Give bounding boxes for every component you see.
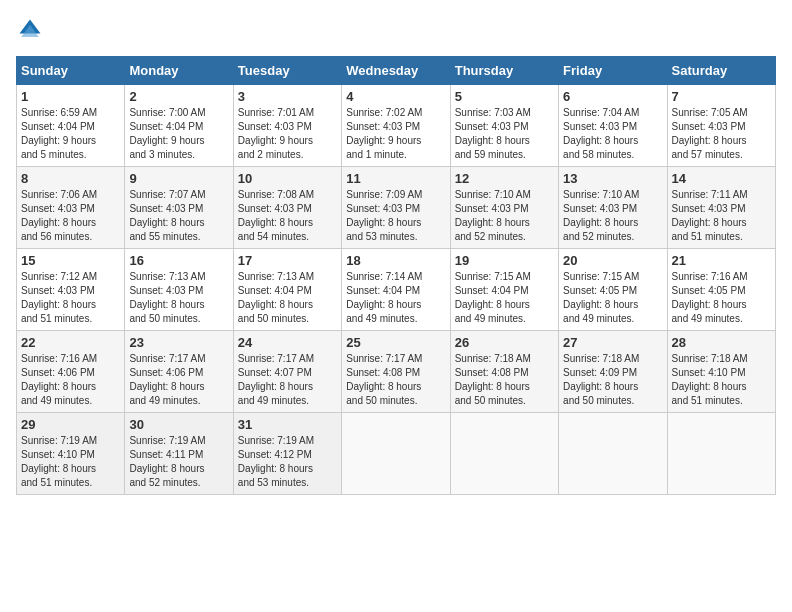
day-cell: 26Sunrise: 7:18 AM Sunset: 4:08 PM Dayli… [450, 331, 558, 413]
day-cell: 7Sunrise: 7:05 AM Sunset: 4:03 PM Daylig… [667, 85, 775, 167]
page-header [16, 16, 776, 44]
day-number: 29 [21, 417, 120, 432]
day-number: 15 [21, 253, 120, 268]
day-info: Sunrise: 7:16 AM Sunset: 4:06 PM Dayligh… [21, 352, 120, 408]
day-cell: 23Sunrise: 7:17 AM Sunset: 4:06 PM Dayli… [125, 331, 233, 413]
day-number: 9 [129, 171, 228, 186]
day-number: 23 [129, 335, 228, 350]
header-saturday: Saturday [667, 57, 775, 85]
day-cell [667, 413, 775, 495]
day-cell: 10Sunrise: 7:08 AM Sunset: 4:03 PM Dayli… [233, 167, 341, 249]
day-cell: 22Sunrise: 7:16 AM Sunset: 4:06 PM Dayli… [17, 331, 125, 413]
header-sunday: Sunday [17, 57, 125, 85]
day-number: 25 [346, 335, 445, 350]
day-number: 3 [238, 89, 337, 104]
day-number: 13 [563, 171, 662, 186]
week-row-2: 8Sunrise: 7:06 AM Sunset: 4:03 PM Daylig… [17, 167, 776, 249]
logo-icon [16, 16, 44, 44]
day-info: Sunrise: 7:17 AM Sunset: 4:06 PM Dayligh… [129, 352, 228, 408]
day-cell: 9Sunrise: 7:07 AM Sunset: 4:03 PM Daylig… [125, 167, 233, 249]
day-number: 17 [238, 253, 337, 268]
day-number: 26 [455, 335, 554, 350]
day-info: Sunrise: 7:09 AM Sunset: 4:03 PM Dayligh… [346, 188, 445, 244]
day-info: Sunrise: 7:14 AM Sunset: 4:04 PM Dayligh… [346, 270, 445, 326]
header-row: SundayMondayTuesdayWednesdayThursdayFrid… [17, 57, 776, 85]
day-cell: 1Sunrise: 6:59 AM Sunset: 4:04 PM Daylig… [17, 85, 125, 167]
day-number: 16 [129, 253, 228, 268]
day-cell: 17Sunrise: 7:13 AM Sunset: 4:04 PM Dayli… [233, 249, 341, 331]
logo [16, 16, 48, 44]
day-number: 30 [129, 417, 228, 432]
day-cell [559, 413, 667, 495]
day-info: Sunrise: 7:03 AM Sunset: 4:03 PM Dayligh… [455, 106, 554, 162]
day-cell: 3Sunrise: 7:01 AM Sunset: 4:03 PM Daylig… [233, 85, 341, 167]
day-number: 5 [455, 89, 554, 104]
day-number: 20 [563, 253, 662, 268]
day-cell: 6Sunrise: 7:04 AM Sunset: 4:03 PM Daylig… [559, 85, 667, 167]
day-info: Sunrise: 7:19 AM Sunset: 4:10 PM Dayligh… [21, 434, 120, 490]
day-info: Sunrise: 7:16 AM Sunset: 4:05 PM Dayligh… [672, 270, 771, 326]
day-number: 21 [672, 253, 771, 268]
day-number: 10 [238, 171, 337, 186]
day-cell: 13Sunrise: 7:10 AM Sunset: 4:03 PM Dayli… [559, 167, 667, 249]
day-cell [342, 413, 450, 495]
day-number: 2 [129, 89, 228, 104]
day-info: Sunrise: 7:18 AM Sunset: 4:10 PM Dayligh… [672, 352, 771, 408]
day-number: 6 [563, 89, 662, 104]
day-info: Sunrise: 7:13 AM Sunset: 4:04 PM Dayligh… [238, 270, 337, 326]
day-number: 12 [455, 171, 554, 186]
day-number: 22 [21, 335, 120, 350]
day-number: 31 [238, 417, 337, 432]
day-info: Sunrise: 7:13 AM Sunset: 4:03 PM Dayligh… [129, 270, 228, 326]
day-info: Sunrise: 7:15 AM Sunset: 4:04 PM Dayligh… [455, 270, 554, 326]
day-info: Sunrise: 7:18 AM Sunset: 4:08 PM Dayligh… [455, 352, 554, 408]
day-cell: 18Sunrise: 7:14 AM Sunset: 4:04 PM Dayli… [342, 249, 450, 331]
day-info: Sunrise: 7:15 AM Sunset: 4:05 PM Dayligh… [563, 270, 662, 326]
week-row-1: 1Sunrise: 6:59 AM Sunset: 4:04 PM Daylig… [17, 85, 776, 167]
day-number: 7 [672, 89, 771, 104]
day-cell: 31Sunrise: 7:19 AM Sunset: 4:12 PM Dayli… [233, 413, 341, 495]
day-number: 8 [21, 171, 120, 186]
day-cell: 14Sunrise: 7:11 AM Sunset: 4:03 PM Dayli… [667, 167, 775, 249]
day-number: 11 [346, 171, 445, 186]
day-number: 19 [455, 253, 554, 268]
day-info: Sunrise: 7:10 AM Sunset: 4:03 PM Dayligh… [563, 188, 662, 244]
day-info: Sunrise: 7:08 AM Sunset: 4:03 PM Dayligh… [238, 188, 337, 244]
week-row-4: 22Sunrise: 7:16 AM Sunset: 4:06 PM Dayli… [17, 331, 776, 413]
day-number: 1 [21, 89, 120, 104]
day-info: Sunrise: 7:17 AM Sunset: 4:07 PM Dayligh… [238, 352, 337, 408]
day-cell: 2Sunrise: 7:00 AM Sunset: 4:04 PM Daylig… [125, 85, 233, 167]
day-cell: 19Sunrise: 7:15 AM Sunset: 4:04 PM Dayli… [450, 249, 558, 331]
day-number: 27 [563, 335, 662, 350]
day-cell: 25Sunrise: 7:17 AM Sunset: 4:08 PM Dayli… [342, 331, 450, 413]
day-cell: 20Sunrise: 7:15 AM Sunset: 4:05 PM Dayli… [559, 249, 667, 331]
day-number: 14 [672, 171, 771, 186]
day-cell: 16Sunrise: 7:13 AM Sunset: 4:03 PM Dayli… [125, 249, 233, 331]
day-cell: 28Sunrise: 7:18 AM Sunset: 4:10 PM Dayli… [667, 331, 775, 413]
day-info: Sunrise: 7:02 AM Sunset: 4:03 PM Dayligh… [346, 106, 445, 162]
day-info: Sunrise: 6:59 AM Sunset: 4:04 PM Dayligh… [21, 106, 120, 162]
day-info: Sunrise: 7:07 AM Sunset: 4:03 PM Dayligh… [129, 188, 228, 244]
day-info: Sunrise: 7:17 AM Sunset: 4:08 PM Dayligh… [346, 352, 445, 408]
day-info: Sunrise: 7:06 AM Sunset: 4:03 PM Dayligh… [21, 188, 120, 244]
week-row-5: 29Sunrise: 7:19 AM Sunset: 4:10 PM Dayli… [17, 413, 776, 495]
day-info: Sunrise: 7:18 AM Sunset: 4:09 PM Dayligh… [563, 352, 662, 408]
week-row-3: 15Sunrise: 7:12 AM Sunset: 4:03 PM Dayli… [17, 249, 776, 331]
day-cell: 4Sunrise: 7:02 AM Sunset: 4:03 PM Daylig… [342, 85, 450, 167]
day-number: 28 [672, 335, 771, 350]
day-number: 4 [346, 89, 445, 104]
day-number: 18 [346, 253, 445, 268]
day-cell [450, 413, 558, 495]
calendar: SundayMondayTuesdayWednesdayThursdayFrid… [16, 56, 776, 495]
day-number: 24 [238, 335, 337, 350]
day-cell: 12Sunrise: 7:10 AM Sunset: 4:03 PM Dayli… [450, 167, 558, 249]
header-friday: Friday [559, 57, 667, 85]
header-monday: Monday [125, 57, 233, 85]
day-cell: 8Sunrise: 7:06 AM Sunset: 4:03 PM Daylig… [17, 167, 125, 249]
day-cell: 15Sunrise: 7:12 AM Sunset: 4:03 PM Dayli… [17, 249, 125, 331]
day-info: Sunrise: 7:11 AM Sunset: 4:03 PM Dayligh… [672, 188, 771, 244]
day-cell: 29Sunrise: 7:19 AM Sunset: 4:10 PM Dayli… [17, 413, 125, 495]
day-info: Sunrise: 7:00 AM Sunset: 4:04 PM Dayligh… [129, 106, 228, 162]
day-cell: 30Sunrise: 7:19 AM Sunset: 4:11 PM Dayli… [125, 413, 233, 495]
day-cell: 24Sunrise: 7:17 AM Sunset: 4:07 PM Dayli… [233, 331, 341, 413]
